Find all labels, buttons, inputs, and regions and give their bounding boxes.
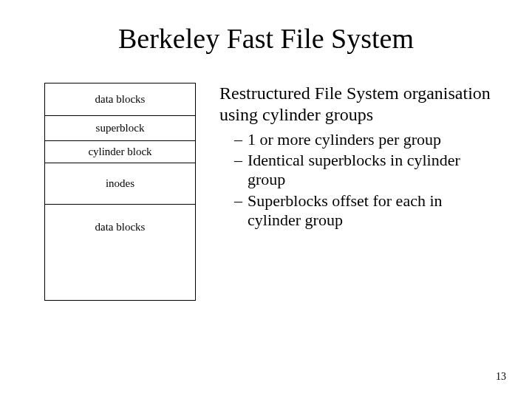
diagram-row: cylinder block [45,141,195,163]
list-item: Superblocks offset for each in cylinder … [234,191,491,231]
cylinder-group-diagram: data blocks superblock cylinder block in… [44,83,196,301]
bullet-list: 1 or more cylinders per group Identical … [219,130,491,231]
intro-text: Restructured File System organisation us… [219,83,491,126]
text-column: Restructured File System organisation us… [219,83,491,301]
list-item: 1 or more cylinders per group [234,130,491,149]
diagram-row: data blocks [45,205,195,249]
diagram-row: inodes [45,163,195,205]
content-area: data blocks superblock cylinder block in… [0,83,532,301]
page-number: 13 [496,371,506,383]
diagram-row: superblock [45,116,195,141]
list-item: Identical superblocks in cylinder group [234,151,491,190]
diagram-row: data blocks [45,83,195,116]
page-title: Berkeley Fast File System [0,22,532,55]
